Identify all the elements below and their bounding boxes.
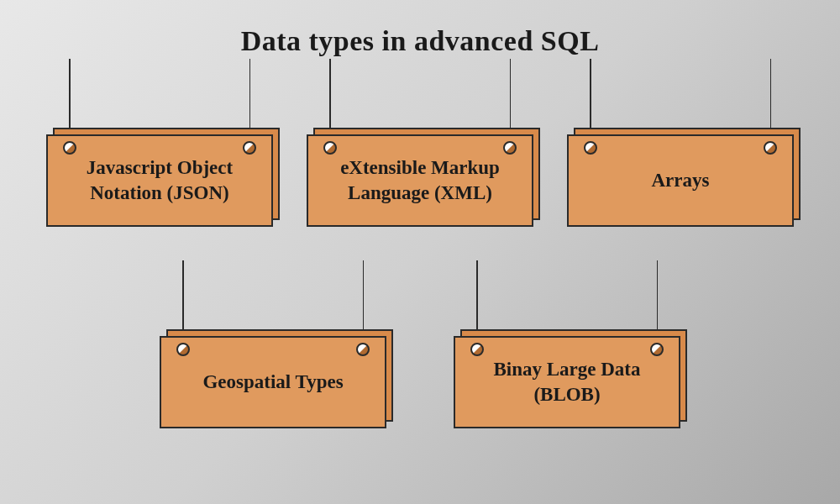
card-label: Binay Large Data (BLOB) [472,357,662,407]
hanging-string [363,260,365,336]
card-label: Geospatial Types [202,370,343,395]
hanging-string [249,59,251,134]
card-face: eXtensible Markup Language (XML) [307,134,533,227]
card-row-2: Geospatial Types Binay Large Data (BLOB) [0,336,840,428]
rivet-icon [650,343,664,356]
rivet-icon [323,141,337,155]
card-face: Geospatial Types [160,336,386,428]
rivet-icon [356,343,370,356]
hanging-string [182,260,184,336]
card-blob: Binay Large Data (BLOB) [454,336,680,428]
rivet-icon [503,141,517,155]
card-label: eXtensible Markup Language (XML) [325,155,515,206]
card-row-1: Javascript Object Notation (JSON) eXtens… [0,134,840,227]
diagram-title: Data types in advanced SQL [0,0,840,57]
hanging-string [510,59,512,134]
card-label: Javascript Object Notation (JSON) [65,155,255,206]
rivet-icon [63,141,76,155]
rivet-icon [470,343,484,356]
card-face: Javascript Object Notation (JSON) [46,134,273,227]
card-label: Arrays [652,168,710,193]
rivet-icon [764,141,777,155]
rivet-icon [584,141,597,155]
card-face: Arrays [567,134,794,227]
card-json: Javascript Object Notation (JSON) [46,134,273,227]
hanging-string [590,59,591,134]
hanging-string [657,260,659,336]
hanging-string [770,59,772,134]
hanging-string [69,59,71,134]
card-face: Binay Large Data (BLOB) [454,336,680,428]
card-geospatial: Geospatial Types [160,336,386,428]
card-xml: eXtensible Markup Language (XML) [307,134,533,227]
card-arrays: Arrays [567,134,794,227]
hanging-string [329,59,331,134]
rivet-icon [176,343,190,356]
hanging-string [476,260,478,336]
rivet-icon [243,141,256,155]
